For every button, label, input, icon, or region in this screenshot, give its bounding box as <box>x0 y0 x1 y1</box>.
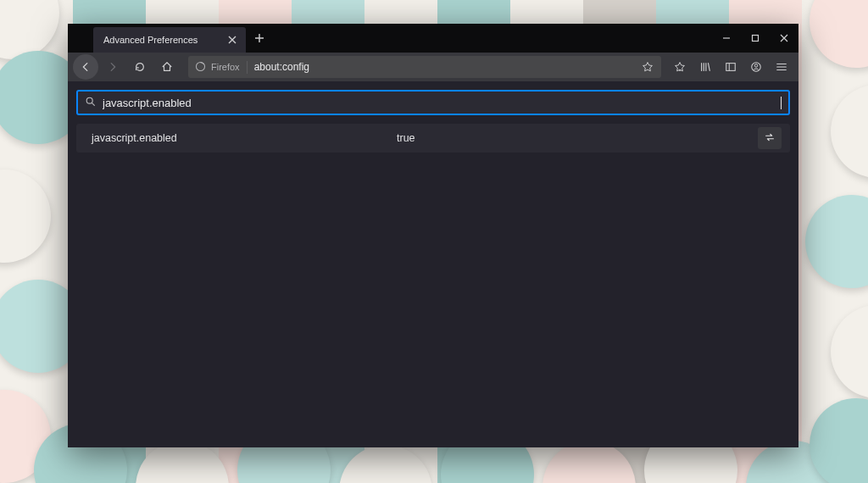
svg-point-4 <box>754 64 758 68</box>
maximize-button[interactable] <box>741 24 770 53</box>
firefox-icon <box>195 61 206 74</box>
pref-row[interactable]: javascript.enabled true <box>76 124 790 153</box>
close-window-button[interactable] <box>770 24 798 53</box>
identity-box[interactable]: Firefox <box>195 61 248 74</box>
reload-button[interactable] <box>127 55 153 79</box>
svg-rect-2 <box>726 64 736 71</box>
url-bar[interactable]: Firefox about:config <box>188 56 661 78</box>
pref-search-input[interactable] <box>103 97 780 109</box>
new-tab-button[interactable] <box>246 24 273 53</box>
toggle-button[interactable] <box>758 127 782 149</box>
window-controls <box>712 24 798 53</box>
library-icon[interactable] <box>693 55 717 79</box>
titlebar: Advanced Preferences <box>68 24 798 53</box>
menu-icon[interactable] <box>770 55 793 79</box>
pocket-icon[interactable] <box>668 55 692 79</box>
home-button[interactable] <box>154 55 180 79</box>
bookmark-star-icon[interactable] <box>641 60 654 74</box>
browser-window: Advanced Preferences <box>68 24 798 447</box>
pref-search-box[interactable] <box>76 90 790 115</box>
pref-name: javascript.enabled <box>92 132 397 144</box>
search-icon <box>85 96 96 109</box>
toggle-icon <box>764 131 776 146</box>
identity-label: Firefox <box>211 62 240 72</box>
url-text: about:config <box>254 61 634 73</box>
tab-title: Advanced Preferences <box>103 35 225 45</box>
text-caret <box>781 97 782 109</box>
svg-rect-0 <box>753 36 759 42</box>
toolbar-right-icons <box>668 55 793 79</box>
minimize-button[interactable] <box>712 24 741 53</box>
account-icon[interactable] <box>744 55 768 79</box>
pref-value: true <box>397 132 758 144</box>
close-tab-icon[interactable] <box>225 33 239 47</box>
browser-tab[interactable]: Advanced Preferences <box>93 27 246 53</box>
forward-button[interactable] <box>100 55 125 79</box>
aboutconfig-content: javascript.enabled true <box>68 81 798 447</box>
nav-toolbar: Firefox about:config <box>68 53 798 81</box>
back-button[interactable] <box>73 54 98 80</box>
sidebar-icon[interactable] <box>719 55 743 79</box>
